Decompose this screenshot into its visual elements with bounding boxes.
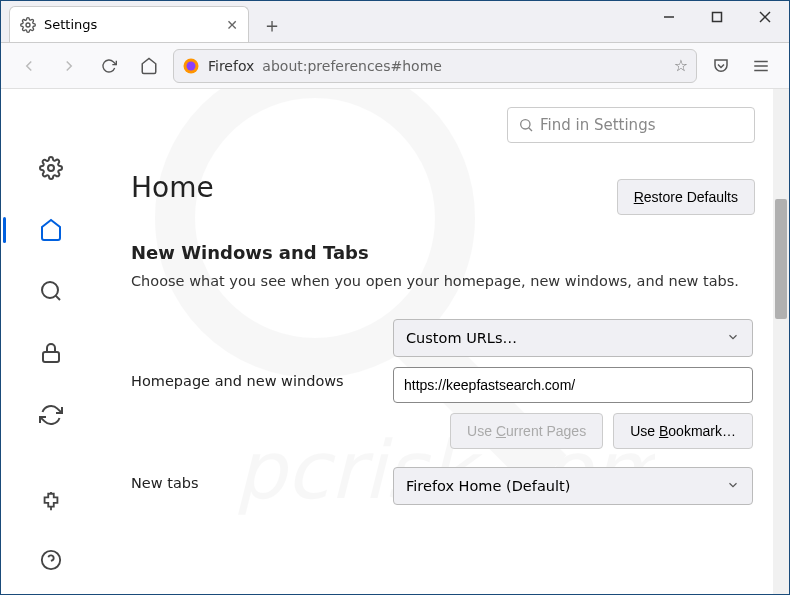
svg-point-14: [42, 282, 58, 298]
new-tab-button[interactable]: ＋: [255, 8, 289, 42]
identity-label: Firefox: [208, 58, 254, 74]
svg-rect-5: [713, 13, 722, 22]
sidebar-item-search[interactable]: [31, 273, 71, 311]
window-controls: [645, 0, 789, 42]
sidebar-item-privacy[interactable]: [31, 334, 71, 372]
search-icon: [518, 117, 534, 133]
chevron-down-icon: [726, 478, 740, 495]
scrollbar[interactable]: [773, 89, 789, 595]
svg-point-19: [521, 120, 530, 129]
restore-defaults-button[interactable]: Restore Defaults: [617, 179, 755, 215]
select-value: Firefox Home (Default): [406, 478, 570, 494]
search-placeholder: Find in Settings: [540, 116, 655, 134]
chevron-down-icon: [726, 330, 740, 347]
sidebar-item-general[interactable]: [31, 149, 71, 187]
scrollbar-thumb[interactable]: [775, 199, 787, 319]
tab-strip: Settings ✕ ＋: [1, 1, 789, 43]
svg-line-15: [56, 296, 60, 300]
svg-rect-16: [43, 352, 59, 362]
sidebar-item-help[interactable]: [31, 540, 71, 580]
forward-button[interactable]: [53, 50, 85, 82]
app-menu-button[interactable]: [745, 50, 777, 82]
use-bookmark-button[interactable]: Use Bookmark…: [613, 413, 753, 449]
reload-button[interactable]: [93, 50, 125, 82]
back-button[interactable]: [13, 50, 45, 82]
url-text: about:preferences#home: [262, 58, 442, 74]
section-description: Choose what you see when you open your h…: [131, 273, 753, 289]
svg-line-20: [529, 128, 532, 131]
svg-point-13: [48, 165, 54, 171]
main-content: Find in Settings Home Restore Defaults N…: [101, 89, 789, 595]
tab-title: Settings: [44, 17, 97, 32]
svg-point-9: [187, 61, 196, 70]
homepage-select[interactable]: Custom URLs…: [393, 319, 753, 357]
bookmark-star-icon[interactable]: ☆: [674, 56, 688, 75]
sidebar-item-extensions[interactable]: [31, 482, 71, 522]
homepage-label: Homepage and new windows: [131, 319, 393, 389]
toolbar: Firefox about:preferences#home ☆: [1, 43, 789, 89]
sidebar-item-sync[interactable]: [31, 396, 71, 434]
url-bar[interactable]: Firefox about:preferences#home ☆: [173, 49, 697, 83]
firefox-icon: [182, 57, 200, 75]
svg-point-3: [26, 23, 30, 27]
close-window-button[interactable]: [741, 0, 789, 34]
newtabs-select[interactable]: Firefox Home (Default): [393, 467, 753, 505]
maximize-button[interactable]: [693, 0, 741, 34]
home-button[interactable]: [133, 50, 165, 82]
close-icon[interactable]: ✕: [226, 17, 238, 33]
section-title: New Windows and Tabs: [131, 242, 753, 263]
sidebar-item-home[interactable]: [31, 211, 71, 249]
search-settings-input[interactable]: Find in Settings: [507, 107, 755, 143]
newtabs-label: New tabs: [131, 467, 393, 491]
tab-settings[interactable]: Settings ✕: [9, 6, 249, 42]
pocket-button[interactable]: [705, 50, 737, 82]
gear-icon: [20, 17, 36, 33]
use-current-pages-button[interactable]: Use Current Pages: [450, 413, 603, 449]
homepage-url-input[interactable]: [393, 367, 753, 403]
select-value: Custom URLs…: [406, 330, 517, 346]
sidebar: [1, 89, 101, 595]
minimize-button[interactable]: [645, 0, 693, 34]
